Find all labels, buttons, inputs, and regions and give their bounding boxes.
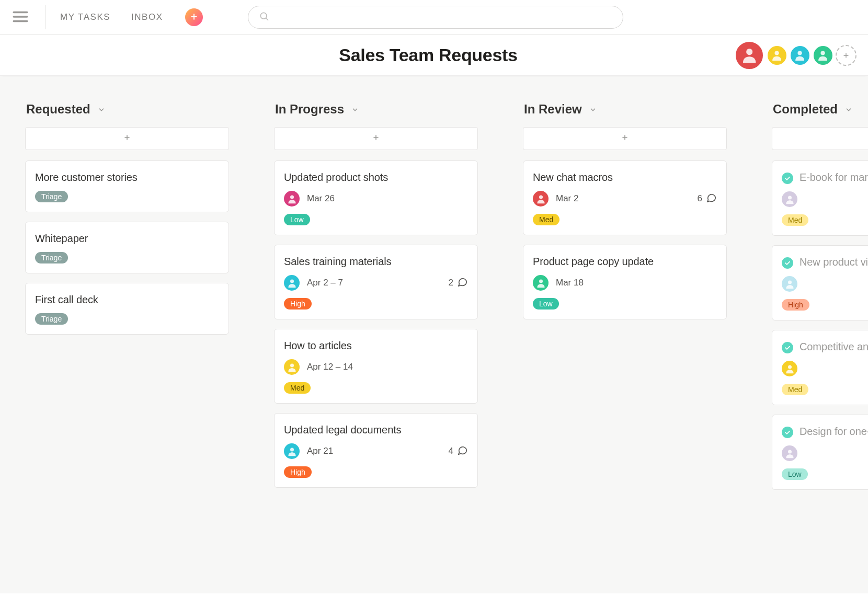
card-title: How to articles — [284, 340, 352, 352]
hamburger-menu-button[interactable] — [7, 4, 33, 30]
check-complete-icon — [782, 173, 793, 184]
global-search[interactable] — [248, 6, 623, 29]
board-column: In ProgressUpdated product shotsMar 26Lo… — [274, 102, 478, 497]
svg-point-19 — [290, 363, 294, 367]
plus-icon — [123, 133, 131, 144]
card-meta — [782, 191, 868, 207]
member-avatar[interactable] — [790, 45, 810, 66]
assignee-avatar[interactable] — [533, 191, 549, 207]
top-bar: MY TASKS INBOX — [0, 0, 868, 35]
task-card[interactable]: First call deckTriage — [25, 283, 229, 335]
member-avatar[interactable] — [734, 40, 764, 71]
card-title: New chat macros — [533, 171, 613, 184]
add-card-button[interactable] — [772, 127, 868, 150]
search-icon — [259, 11, 269, 24]
task-card[interactable]: Competitive analysisMed — [772, 330, 868, 405]
card-meta: Apr 214 — [284, 443, 468, 459]
svg-point-30 — [788, 450, 792, 453]
column-header[interactable]: In Progress — [274, 102, 478, 117]
board-column: CompletedE-book for marketingMedNew prod… — [772, 102, 868, 499]
member-avatar[interactable] — [767, 45, 787, 66]
assignee-avatar[interactable] — [782, 361, 797, 376]
global-create-button[interactable] — [185, 8, 203, 26]
task-card[interactable]: More customer storiesTriage — [25, 161, 229, 212]
card-title: Competitive analysis — [800, 341, 868, 353]
priority-tag: High — [782, 299, 809, 311]
comment-count[interactable]: 6 — [698, 192, 717, 206]
svg-point-17 — [290, 195, 294, 199]
chevron-down-icon — [351, 102, 359, 117]
card-meta — [782, 361, 868, 376]
task-card[interactable]: Design for one-pagerLow — [772, 415, 868, 490]
add-card-button[interactable] — [274, 127, 478, 150]
card-meta: Apr 2 – 72 — [284, 275, 468, 291]
card-title: New product video — [800, 256, 868, 268]
check-complete-icon — [782, 342, 793, 353]
task-card[interactable]: New chat macrosMar 26Med — [523, 161, 727, 235]
divider — [45, 5, 45, 29]
card-meta: Mar 18 — [533, 275, 717, 291]
card-meta: Mar 26 — [284, 191, 468, 207]
comment-count[interactable]: 2 — [449, 276, 468, 290]
priority-tag: Triage — [35, 252, 68, 263]
task-card[interactable]: WhitepaperTriage — [25, 222, 229, 273]
add-member-button[interactable] — [836, 45, 856, 66]
page-header: Sales Team Requests — [0, 35, 868, 76]
column-header[interactable]: Requested — [25, 102, 229, 117]
comment-count-value: 2 — [449, 278, 453, 288]
assignee-avatar[interactable] — [284, 443, 300, 459]
svg-point-8 — [775, 51, 779, 55]
assignee-avatar[interactable] — [782, 276, 797, 292]
priority-tag: Triage — [35, 191, 68, 202]
chevron-down-icon — [845, 102, 852, 117]
priority-tag: High — [284, 466, 312, 478]
svg-line-6 — [266, 18, 268, 20]
plus-icon — [372, 133, 380, 144]
priority-tag: Triage — [35, 313, 68, 325]
priority-tag: Med — [284, 382, 311, 394]
task-card[interactable]: New product videoHigh — [772, 245, 868, 320]
search-input[interactable] — [276, 12, 612, 23]
svg-point-23 — [539, 195, 543, 199]
assignee-avatar[interactable] — [782, 445, 797, 461]
nav-inbox[interactable]: INBOX — [131, 12, 163, 22]
assignee-avatar[interactable] — [782, 191, 797, 207]
column-header[interactable]: Completed — [772, 102, 868, 117]
card-date: Apr 21 — [307, 446, 333, 456]
task-card[interactable]: Sales training materialsApr 2 – 72High — [274, 245, 478, 319]
add-card-button[interactable] — [25, 127, 229, 150]
card-title: Updated legal documents — [284, 424, 402, 436]
column-header[interactable]: In Review — [523, 102, 727, 117]
comment-icon — [456, 444, 468, 459]
task-card[interactable]: Updated legal documentsApr 214High — [274, 413, 478, 488]
comment-count[interactable]: 4 — [449, 444, 468, 459]
priority-tag: Med — [533, 214, 559, 225]
nav-my-tasks[interactable]: MY TASKS — [60, 12, 110, 22]
svg-point-27 — [788, 196, 792, 199]
priority-tag: Low — [284, 214, 310, 225]
card-date: Apr 2 – 7 — [307, 278, 343, 288]
assignee-avatar[interactable] — [533, 275, 549, 291]
project-members — [734, 40, 856, 71]
task-card[interactable]: Product page copy updateMar 18Low — [523, 245, 727, 319]
svg-point-28 — [788, 280, 792, 284]
chevron-down-icon — [589, 102, 597, 117]
card-date: Mar 2 — [556, 193, 578, 204]
task-card[interactable]: How to articlesApr 12 – 14Med — [274, 329, 478, 404]
comment-count-value: 4 — [449, 446, 453, 456]
priority-tag: Med — [782, 384, 808, 395]
member-avatar[interactable] — [813, 45, 833, 66]
assignee-avatar[interactable] — [284, 359, 300, 375]
card-meta: Apr 12 – 14 — [284, 359, 468, 375]
assignee-avatar[interactable] — [284, 191, 300, 207]
add-card-button[interactable] — [523, 127, 727, 150]
plus-icon — [621, 133, 629, 144]
priority-tag: Low — [782, 468, 808, 480]
page-title: Sales Team Requests — [0, 45, 856, 65]
plus-icon — [190, 13, 198, 22]
card-title: Whitepaper — [35, 233, 88, 245]
task-card[interactable]: Updated product shotsMar 26Low — [274, 161, 478, 235]
assignee-avatar[interactable] — [284, 275, 300, 291]
task-card[interactable]: E-book for marketingMed — [772, 161, 868, 236]
priority-tag: High — [284, 298, 312, 310]
